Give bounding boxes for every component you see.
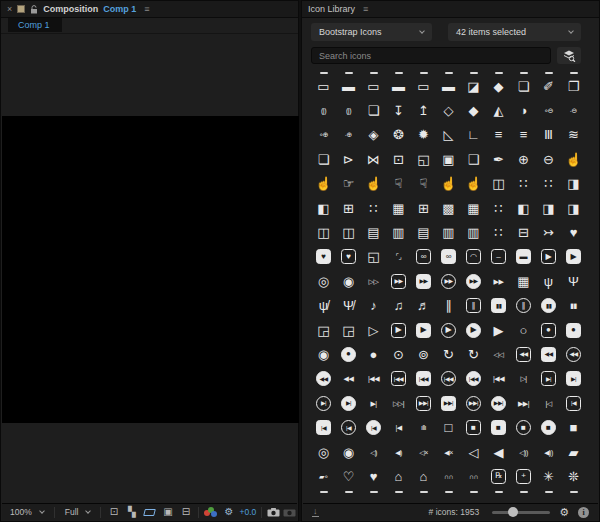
icon-layout-text-window-reverse[interactable]: ▥ [436, 220, 461, 244]
icon-grid-1x2[interactable]: ◫ [486, 172, 511, 196]
icon-send[interactable]: ⊳ [336, 147, 361, 171]
icon-cassette-fill[interactable]: ∞ [436, 245, 461, 269]
icon-eraser[interactable]: ◪ [461, 74, 486, 98]
icon-vector-pen[interactable]: ✒ [486, 147, 511, 171]
icon-back-overlap[interactable]: ❏ [361, 98, 386, 122]
icon-layout-three-columns[interactable]: ◫ [336, 220, 361, 244]
icon-volume-off-fill[interactable]: ◀ [486, 440, 511, 464]
icon-layout-text-sidebar[interactable]: ▤ [361, 220, 386, 244]
icon-fast-forward-btn-fill[interactable]: ▶▶ [411, 269, 436, 293]
resolution-dropdown[interactable]: Full [60, 505, 96, 520]
icon-stop-circle[interactable]: ■ [511, 415, 536, 439]
lock-icon[interactable] [30, 5, 38, 14]
icon-hand-thumbs-up-fill[interactable]: ☝ [311, 172, 336, 196]
icon-postcard-heart-fill[interactable]: ♥ [311, 245, 336, 269]
icon-mask[interactable]: ◑ [511, 98, 536, 122]
icon-vinyl-fill[interactable]: ◉ [336, 440, 361, 464]
icon-grid-dots[interactable]: ▩ [436, 196, 461, 220]
icon-pause[interactable]: ∥ [436, 294, 461, 318]
icon-skip-end-btn-fill[interactable]: ▶| [561, 367, 586, 391]
icon-grid-2x2-fill[interactable]: ∷ [486, 196, 511, 220]
icon-fast-forward-circle[interactable]: ▶▶ [436, 269, 461, 293]
icon-skip-start-circle[interactable]: |◀ [336, 415, 361, 439]
icon-capsule[interactable]: ▰ [561, 440, 586, 464]
icon-front[interactable]: ❐ [561, 74, 586, 98]
icon-skip-start[interactable]: |◁ [536, 391, 561, 415]
icon-record2[interactable]: ⊙ [386, 342, 411, 366]
icon-record2-fill[interactable]: ⊚ [411, 342, 436, 366]
icon-rewind-btn[interactable]: ◀◀ [511, 342, 536, 366]
icon-skip-end-fill[interactable]: ▶| [361, 391, 386, 415]
icon-repeat-1[interactable]: ↻ [461, 342, 486, 366]
icon-play-btn[interactable]: ▶ [386, 318, 411, 342]
icon-grid-2x2[interactable]: ∷ [536, 172, 561, 196]
icon-soundwave[interactable]: ıllı [411, 415, 436, 439]
icon-set-dropdown[interactable]: Bootstrap Icons [311, 23, 432, 41]
icon-pip-fill[interactable]: ◲ [336, 318, 361, 342]
icon-skip-end[interactable]: ▷| [511, 367, 536, 391]
icon-mic-fill[interactable]: Ψ [561, 269, 586, 293]
icon-prescription2[interactable]: + [511, 464, 536, 488]
icon-easel3[interactable]: ▭ [411, 74, 436, 98]
icon-lungs[interactable]: ∩∩ [436, 464, 461, 488]
icon-record-btn[interactable]: ● [536, 318, 561, 342]
icon-library-title[interactable]: Icon Library [308, 4, 355, 14]
icon-rewind[interactable]: ◁◁ [486, 342, 511, 366]
icon-skip-start-btn[interactable]: |◀ [561, 391, 586, 415]
icon-layout-sidebar-inset[interactable]: ◧ [311, 196, 336, 220]
icon-grid-fill[interactable]: ▦ [461, 196, 486, 220]
icon-pause-btn[interactable]: ∥ [461, 294, 486, 318]
settings-gear-icon[interactable]: ⚙ [559, 507, 569, 518]
icon-stop[interactable]: □ [436, 415, 461, 439]
show-channels-icon[interactable] [204, 507, 218, 518]
icon-music-note-beamed[interactable]: ♫ [386, 294, 411, 318]
icon-cassette[interactable]: ∞ [411, 245, 436, 269]
icon-distribute-vertical[interactable]: ↧ [386, 98, 411, 122]
icon-record-circle-fill[interactable]: ● [336, 342, 361, 366]
icon-pause-circle[interactable]: ∥ [511, 294, 536, 318]
icon-rewind-circle[interactable]: ◀◀ [561, 342, 586, 366]
icon-easel-fill[interactable]: ▬ [336, 74, 361, 98]
icon-palette-fill[interactable]: ✹ [411, 123, 436, 147]
icon-easel[interactable]: ▭ [311, 74, 336, 98]
icon-film[interactable]: ▦ [511, 269, 536, 293]
icon-layout-wtf[interactable]: ◨ [561, 172, 586, 196]
active-comp-name[interactable]: Comp 1 [103, 4, 136, 14]
icon-skip-backward-circle-fill[interactable]: |◀◀ [461, 367, 486, 391]
icon-input-text[interactable]: ▣ [436, 147, 461, 171]
icon-virus[interactable]: ✳ [536, 464, 561, 488]
icon-projector[interactable]: – [486, 245, 511, 269]
icon-play-circle-fill[interactable]: ▶ [461, 318, 486, 342]
reset-exposure-icon[interactable]: ⚙ [221, 507, 236, 517]
icon-virus2[interactable]: ❊ [561, 464, 586, 488]
icon-skip-end-btn[interactable]: ▶| [536, 367, 561, 391]
icon-eraser-fill[interactable]: ◆ [486, 74, 511, 98]
icon-repeat[interactable]: ↻ [436, 342, 461, 366]
icon-artboard[interactable]: ◱ [411, 147, 436, 171]
magnification-dropdown[interactable]: 100% [5, 505, 49, 520]
search-filter-button[interactable] [557, 47, 581, 64]
icon-input-cursor-text[interactable]: (|) [336, 98, 361, 122]
icon-projector-fill[interactable]: ▬ [511, 245, 536, 269]
icon-zoom-in[interactable]: ⊕ [511, 147, 536, 171]
icon-skip-forward-fill[interactable]: ▶▶| [511, 391, 536, 415]
icon-pip[interactable]: ◲ [311, 318, 336, 342]
icon-hospital[interactable]: ⌂ [386, 464, 411, 488]
icon-skip-start-circle-fill[interactable]: |◀ [361, 415, 386, 439]
icon-cast[interactable]: ◠ [461, 245, 486, 269]
icon-layout-text-window[interactable]: ▤ [411, 220, 436, 244]
icon-hand-index[interactable]: ☝ [561, 147, 586, 171]
icon-skip-forward-btn-fill[interactable]: ▶▶| [436, 391, 461, 415]
icon-play[interactable]: ▷ [361, 318, 386, 342]
icon-record-btn-fill[interactable]: ● [561, 318, 586, 342]
icon-volume-mute-fill[interactable]: ◀× [436, 440, 461, 464]
download-icon[interactable]: ↓ [312, 507, 319, 517]
region-of-interest-icon[interactable]: ▣ [160, 507, 175, 517]
icon-fast-forward[interactable]: ▷▷ [361, 269, 386, 293]
icon-back-2[interactable]: ❏ [311, 147, 336, 171]
icon-play-fill[interactable]: ▶ [486, 318, 511, 342]
icon-layers[interactable]: ◇ [436, 98, 461, 122]
icon-skip-end-circle-fill[interactable]: ▶| [336, 391, 361, 415]
icon-grid-3x3-gap-fill[interactable]: ▦ [386, 196, 411, 220]
icon-lungs-fill[interactable]: ∩∩ [461, 464, 486, 488]
